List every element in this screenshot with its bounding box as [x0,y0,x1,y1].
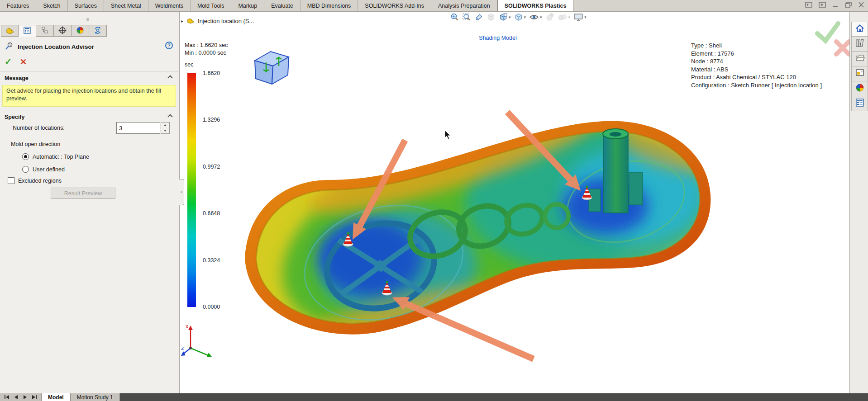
ok-button[interactable]: ✓ [5,56,12,67]
first-sheet-icon[interactable] [4,393,10,401]
restore-icon[interactable] [845,2,852,8]
collapse-message-icon[interactable] [167,75,172,80]
tab-plastics-study[interactable] [89,25,107,37]
mold-open-direction-label: Mold open direction [11,141,60,147]
tab-mbd-dimensions[interactable]: MBD Dimensions [300,0,358,11]
part-icon [5,26,14,36]
divider [0,71,180,71]
triad-z-label: z [181,344,184,351]
specify-section-header[interactable]: Specify [5,114,24,120]
graphics-viewport[interactable]: ▸ Injection location (S... ▾ ▾ ▾ ▾ ▾ Sha… [180,12,849,393]
message-text: Get advice for placing the injection loc… [2,85,176,107]
tab-sheet-metal[interactable]: Sheet Metal [104,0,148,11]
tab-configuration-manager[interactable] [36,25,54,37]
tab-featuremanager-tree[interactable] [1,25,19,37]
injection-advisor-icon [5,42,14,52]
help-icon[interactable]: ? [165,42,173,49]
number-of-locations-label: Number of locations: [13,125,65,131]
plastics-study-icon [93,26,102,36]
arrow-3 [406,304,534,359]
tab-dimxpert-manager[interactable] [54,25,72,37]
design-library-icon [855,38,865,50]
property-manager-tabs [1,25,107,37]
property-title-row: Injection Location Advisor [5,42,94,52]
bottom-bar: Model Motion Study 1 [0,393,868,401]
file-explorer-button[interactable] [851,52,868,66]
close-icon[interactable] [858,2,864,8]
next-sheet-icon[interactable] [23,393,27,401]
excluded-regions-label[interactable]: Excluded regions [18,178,62,184]
appearances-icon [855,83,865,94]
file-explorer-icon [855,53,865,65]
cancel-button[interactable]: ✕ [20,57,27,67]
dock-left-icon[interactable] [805,2,812,8]
custom-properties-icon [855,98,865,109]
design-library-button[interactable] [851,37,868,52]
tab-solidworks-add-ins[interactable]: SOLIDWORKS Add-Ins [358,0,431,11]
window-controls [805,2,864,8]
stepper-down-icon[interactable] [161,128,169,133]
task-pane [849,12,868,393]
page-title: Injection Location Advisor [18,43,94,50]
tab-weldments[interactable]: Weldments [148,0,191,11]
divider [0,111,180,111]
view-palette-button[interactable] [851,66,868,81]
appearances-button[interactable] [851,81,868,96]
tab-solidworks-plastics[interactable]: SOLIDWORKS Plastics [497,0,574,11]
stepper-up-icon[interactable] [161,123,169,128]
home-button[interactable] [851,22,868,37]
minimize-icon[interactable] [832,2,839,8]
faded-ok-icon [817,24,838,41]
study-navigation [0,393,42,401]
faded-cancel-icon [836,42,849,54]
custom-properties-button[interactable] [851,96,868,111]
property-manager-icon [23,26,32,36]
tab-model[interactable]: Model [42,393,71,401]
solidworks-window: Features Sketch Surfaces Sheet Metal Wel… [0,0,868,401]
confirmation-corner[interactable] [817,24,849,54]
property-manager-panel: Injection Location Advisor ? ✓ ✕ Message… [0,12,180,393]
tab-evaluate[interactable]: Evaluate [264,0,300,11]
tab-markup[interactable]: Markup [231,0,264,11]
last-sheet-icon[interactable] [32,393,37,401]
configuration-tree-icon [40,26,49,36]
result-preview-button[interactable]: Result Preview [51,188,115,199]
mold-open-direction-indicator [255,52,289,84]
number-of-locations-input[interactable]: 3 [116,122,160,134]
tab-property-manager[interactable] [19,25,36,37]
tab-analysis-preparation[interactable]: Analysis Preparation [431,0,497,11]
tab-surfaces[interactable]: Surfaces [68,0,104,11]
mouse-cursor [445,130,451,139]
quantity-stepper [161,122,170,134]
panel-resize-grip[interactable] [86,18,89,21]
radio-user-defined[interactable] [22,166,29,173]
command-tab-bar: Features Sketch Surfaces Sheet Metal Wel… [0,0,868,12]
sole-model-render[interactable]: x z [180,12,849,393]
tab-display-manager[interactable] [72,25,89,37]
collapse-specify-icon[interactable] [167,114,172,119]
radio-automatic-label[interactable]: Automatic: : Top Plane [33,154,89,160]
orientation-triad: x z [181,323,212,357]
excluded-regions-checkbox[interactable] [8,177,14,184]
dimxpert-icon [58,26,67,36]
home-icon [855,24,865,35]
view-palette-icon [855,68,865,80]
panel-collapse-handle[interactable] [179,179,184,205]
tab-motion-study-1[interactable]: Motion Study 1 [71,393,120,401]
tab-sketch[interactable]: Sketch [36,0,67,11]
dock-right-icon[interactable] [819,2,826,8]
message-section-header[interactable]: Message [5,75,29,81]
radio-automatic-top-plane[interactable] [22,153,29,160]
tab-features[interactable]: Features [0,0,36,11]
radio-user-defined-label[interactable]: User defined [33,166,65,173]
triad-x-label: x [186,323,189,330]
display-manager-icon [76,26,85,36]
prev-sheet-icon[interactable] [14,393,18,401]
tab-mold-tools[interactable]: Mold Tools [191,0,232,11]
